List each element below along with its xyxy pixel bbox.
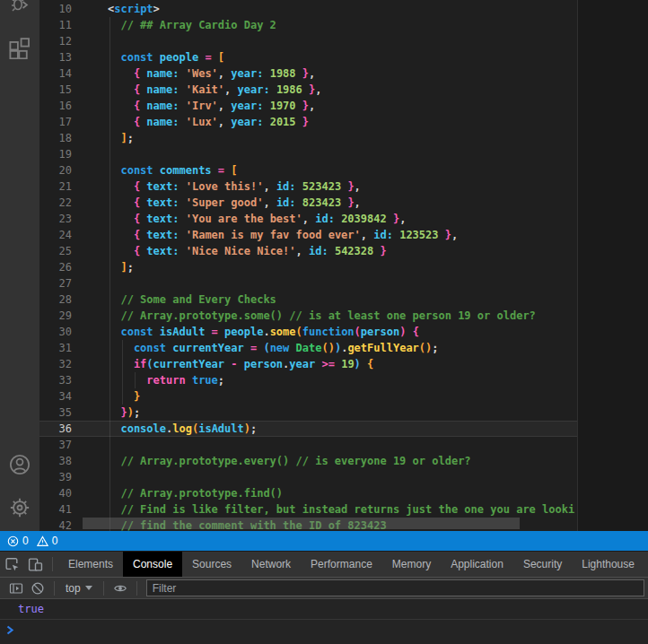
line-number[interactable]: 11 [39, 17, 72, 33]
line-number[interactable]: 39 [39, 469, 72, 485]
console-message[interactable]: true [0, 599, 648, 620]
code-line[interactable]: 17 { name: 'Lux', year: 2015 } [39, 114, 577, 130]
console-filter-input[interactable] [146, 579, 644, 596]
line-number[interactable]: 27 [39, 275, 72, 292]
code-editor[interactable]: 10<script>11 // ## Array Cardio Day 2121… [39, 0, 577, 531]
live-expression-eye-icon[interactable] [109, 581, 131, 596]
code-line[interactable]: 25 { text: 'Nice Nice Nice!', id: 542328… [39, 243, 577, 259]
line-number[interactable]: 33 [39, 372, 72, 388]
code-line[interactable]: 19 [39, 146, 577, 162]
code-line[interactable]: 14 { name: 'Wes', year: 1988 }, [39, 65, 577, 82]
device-toolbar-icon[interactable] [23, 552, 47, 577]
tab-network[interactable]: Network [241, 552, 301, 577]
tab-performance[interactable]: Performance [301, 552, 382, 577]
code-line[interactable]: 39 [39, 469, 577, 485]
code-line[interactable]: 37 [39, 437, 577, 453]
code-text: // Array.prototype.some() // is at least… [108, 308, 536, 324]
inspect-element-icon[interactable] [0, 552, 23, 577]
code-line[interactable]: 10<script> [39, 1, 577, 17]
line-number[interactable]: 31 [39, 340, 72, 356]
code-line[interactable]: 29 // Array.prototype.some() // is at le… [39, 308, 577, 324]
code-line[interactable]: 21 { text: 'Love this!', id: 523423 }, [39, 178, 577, 195]
line-number[interactable]: 34 [39, 388, 72, 405]
line-number[interactable]: 22 [39, 195, 72, 211]
line-number[interactable]: 29 [39, 308, 72, 324]
code-line[interactable]: 12 [39, 33, 577, 49]
clear-console-icon[interactable] [27, 581, 48, 596]
code-text: }); [108, 405, 140, 421]
code-token: , [355, 180, 361, 193]
tab-security[interactable]: Security [513, 552, 572, 577]
devtools-tabs: ElementsConsoleSourcesNetworkPerformance… [58, 552, 644, 577]
console-sidebar-icon[interactable] [5, 581, 27, 596]
line-number[interactable]: 40 [39, 485, 72, 501]
settings-gear-icon[interactable] [9, 497, 31, 518]
code-token: year: [231, 67, 263, 80]
code-line[interactable]: 32 if(currentYear - person.year >= 19) { [39, 356, 577, 372]
line-number[interactable]: 28 [39, 292, 72, 308]
code-line[interactable]: 23 { text: 'You are the best', id: 20398… [39, 211, 577, 227]
code-line[interactable]: 20 const comments = [ [39, 162, 577, 178]
horizontal-scrollbar[interactable] [83, 518, 520, 529]
account-icon[interactable] [9, 454, 31, 475]
line-number[interactable]: 13 [39, 49, 72, 65]
code-line[interactable]: 16 { name: 'Irv', year: 1970 }, [39, 98, 577, 114]
line-number[interactable]: 19 [39, 146, 72, 162]
code-line[interactable]: 11 // ## Array Cardio Day 2 [39, 17, 577, 33]
line-number[interactable]: 30 [39, 324, 72, 340]
code-line[interactable]: 27 [39, 275, 577, 292]
line-number[interactable]: 16 [39, 98, 72, 114]
extensions-icon[interactable] [9, 38, 31, 59]
line-number[interactable]: 38 [39, 453, 72, 469]
code-token: person [244, 358, 283, 370]
code-token: , [355, 196, 361, 209]
line-number[interactable]: 14 [39, 65, 72, 82]
line-number[interactable]: 25 [39, 243, 72, 259]
line-number[interactable]: 26 [39, 259, 72, 275]
tab-elements[interactable]: Elements [58, 552, 123, 577]
run-and-debug-icon[interactable] [9, 0, 31, 13]
code-line[interactable]: 40 // Array.prototype.find() [39, 485, 577, 501]
line-number[interactable]: 21 [39, 178, 72, 195]
code-line[interactable]: 15 { name: 'Kait', year: 1986 }, [39, 82, 577, 98]
code-line[interactable]: 34 } [39, 388, 577, 405]
line-number[interactable]: 35 [39, 405, 72, 421]
console-prompt[interactable] [0, 620, 648, 641]
line-number[interactable]: 15 [39, 82, 72, 98]
code-line[interactable]: 36 console.log(isAdult); [39, 421, 577, 437]
problems-status[interactable]: 0 0 [7, 535, 57, 547]
code-line[interactable]: 33 return true; [39, 372, 577, 388]
line-number[interactable]: 10 [39, 1, 72, 17]
line-number[interactable]: 41 [39, 501, 72, 518]
tab-memory[interactable]: Memory [382, 552, 441, 577]
tab-sources[interactable]: Sources [182, 552, 241, 577]
code-line[interactable]: 24 { text: 'Ramen is my fav food ever', … [39, 227, 577, 243]
line-number[interactable]: 20 [39, 162, 72, 178]
tab-console[interactable]: Console [123, 552, 182, 577]
line-number[interactable]: 18 [39, 130, 72, 146]
code-token: 'Lux' [186, 116, 218, 128]
context-selector[interactable]: top [60, 582, 98, 595]
code-line[interactable]: 13 const people = [ [39, 49, 577, 65]
line-number[interactable]: 37 [39, 437, 72, 453]
tab-application[interactable]: Application [441, 552, 513, 577]
line-number[interactable]: 32 [39, 356, 72, 372]
console-output[interactable]: true [0, 599, 648, 644]
code-line[interactable]: 26 ]; [39, 259, 577, 275]
code-line[interactable]: 28 // Some and Every Checks [39, 292, 577, 308]
code-line[interactable]: 38 // Array.prototype.every() // is ever… [39, 453, 577, 469]
line-number[interactable]: 36 [39, 421, 72, 437]
line-number[interactable]: 24 [39, 227, 72, 243]
code-line[interactable]: 18 ]; [39, 130, 577, 146]
line-number[interactable]: 42 [39, 518, 72, 531]
code-line[interactable]: 41 // Find is like filter, but instead r… [39, 501, 577, 518]
code-line[interactable]: 30 const isAdult = people.some(function(… [39, 324, 577, 340]
divider [103, 581, 104, 596]
code-line[interactable]: 35 }); [39, 405, 577, 421]
code-line[interactable]: 22 { text: 'Super good', id: 823423 }, [39, 195, 577, 211]
line-number[interactable]: 12 [39, 33, 72, 49]
line-number[interactable]: 17 [39, 114, 72, 130]
line-number[interactable]: 23 [39, 211, 72, 227]
tab-lighthouse[interactable]: Lighthouse [572, 552, 644, 577]
code-line[interactable]: 31 const currentYear = (new Date()).getF… [39, 340, 577, 356]
